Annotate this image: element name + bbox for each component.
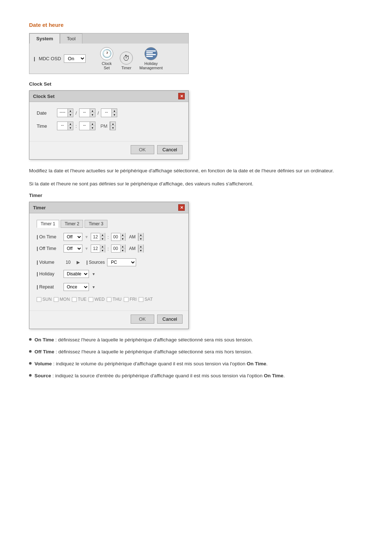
repeat-label-text: Repeat xyxy=(39,284,54,290)
date-spin-3-down[interactable]: ▼ xyxy=(112,113,117,117)
date-spin-3[interactable]: -- ▲ ▼ xyxy=(101,108,117,117)
day-mon-checkbox[interactable] xyxy=(54,297,58,302)
off-time-ampm-spin[interactable]: ▲ ▼ xyxy=(138,245,144,253)
mdc-osd-select[interactable]: On Off xyxy=(64,54,86,63)
on-time-row: | On Time Off On ▼ 12 ▲ ▼ : 00 ▲ ▼ xyxy=(37,233,181,241)
on-time-ampm-spin[interactable]: ▲ ▼ xyxy=(138,233,144,241)
volume-label-text: Volume xyxy=(39,260,54,265)
timer-tab-3[interactable]: Timer 3 xyxy=(85,220,107,228)
day-thu-checkbox[interactable] xyxy=(107,297,111,302)
timer-ok-button[interactable]: OK xyxy=(131,315,154,324)
timer-dialog: Timer ✕ Timer 1 Timer 2 Timer 3 | On Tim… xyxy=(29,202,189,329)
on-time-label-text: On Time xyxy=(39,234,56,239)
on-time-min-btns[interactable]: ▲ ▼ xyxy=(120,233,125,241)
volume-label: | Volume xyxy=(37,260,61,265)
on-time-ampm: AM xyxy=(129,234,136,239)
day-tue[interactable]: TUE xyxy=(72,297,86,302)
sources-select[interactable]: PC HDMI xyxy=(107,258,136,266)
on-time-hour-up[interactable]: ▲ xyxy=(100,233,105,237)
clock-set-close-button[interactable]: ✕ xyxy=(178,93,185,99)
tab-system[interactable]: System xyxy=(29,33,60,44)
pm-spin[interactable]: ▲ ▼ xyxy=(110,122,116,130)
off-time-select[interactable]: Off On xyxy=(64,245,82,253)
holiday-select[interactable]: Disable Enable xyxy=(64,270,89,278)
day-wed[interactable]: WED xyxy=(89,297,105,302)
date-spin-2-up[interactable]: ▲ xyxy=(90,109,95,113)
on-time-hour-down[interactable]: ▼ xyxy=(100,237,105,241)
day-thu[interactable]: THU xyxy=(107,297,122,302)
date-spin-2-btns[interactable]: ▲ ▼ xyxy=(90,109,95,117)
date-spin-1-down[interactable]: ▼ xyxy=(68,113,73,117)
date-spin-1-btns[interactable]: ▲ ▼ xyxy=(68,109,73,117)
timer-dialog-body: Timer 1 Timer 2 Timer 3 | On Time Off On… xyxy=(29,213,188,311)
day-thu-label: THU xyxy=(113,297,122,302)
on-time-ampm-down[interactable]: ▼ xyxy=(139,237,143,241)
timer-tab-2[interactable]: Timer 2 xyxy=(61,220,83,228)
off-time-hour-btns[interactable]: ▲ ▼ xyxy=(100,245,105,253)
on-time-min-up[interactable]: ▲ xyxy=(121,233,125,237)
on-time-hour-spin[interactable]: 12 ▲ ▼ xyxy=(91,233,105,241)
off-time-ampm-btns[interactable]: ▲ ▼ xyxy=(138,245,143,253)
date-spin-1[interactable]: ---- ▲ ▼ xyxy=(57,108,73,117)
day-wed-checkbox[interactable] xyxy=(89,297,93,302)
date-spin-2-down[interactable]: ▼ xyxy=(90,113,95,117)
timer-tab-1[interactable]: Timer 1 xyxy=(37,220,59,228)
pm-spin-btns[interactable]: ▲ ▼ xyxy=(110,122,115,130)
on-time-hour-btns[interactable]: ▲ ▼ xyxy=(100,233,105,241)
off-time-min-btns[interactable]: ▲ ▼ xyxy=(120,245,125,253)
timer-cancel-button[interactable]: Cancel xyxy=(157,315,183,324)
pm-spin-up[interactable]: ▲ xyxy=(110,122,115,126)
timer-icon-item[interactable]: Timer xyxy=(120,52,133,70)
time-spin-2-up[interactable]: ▲ xyxy=(90,122,95,126)
off-time-min-spin[interactable]: 00 ▲ ▼ xyxy=(111,245,126,253)
off-time-hour-spin[interactable]: 12 ▲ ▼ xyxy=(91,245,105,253)
bullet-dot-1 xyxy=(29,338,32,341)
clock-set-ok-button[interactable]: OK xyxy=(131,145,154,154)
pm-spin-down[interactable]: ▼ xyxy=(110,126,115,130)
tab-tool[interactable]: Tool xyxy=(60,33,82,44)
off-time-pipe: | xyxy=(37,246,38,251)
repeat-select[interactable]: Once Daily Weekly xyxy=(64,283,89,291)
date-spin-3-up[interactable]: ▲ xyxy=(112,109,117,113)
off-time-min-up[interactable]: ▲ xyxy=(121,245,125,249)
timer-close-button[interactable]: ✕ xyxy=(178,204,185,211)
on-time-min-spin[interactable]: 00 ▲ ▼ xyxy=(111,233,126,241)
day-sat[interactable]: SAT xyxy=(139,297,152,302)
date-spin-3-btns[interactable]: ▲ ▼ xyxy=(111,109,117,117)
off-time-hour-up[interactable]: ▲ xyxy=(100,245,105,249)
off-time-min-down[interactable]: ▼ xyxy=(121,249,125,253)
date-spin-1-up[interactable]: ▲ xyxy=(68,109,73,113)
day-sun[interactable]: SUN xyxy=(37,297,52,302)
bullet-off-time-text: Off Time : définissez l'heure à laquelle… xyxy=(34,348,253,356)
date-spin-2[interactable]: -- ▲ ▼ xyxy=(79,108,95,117)
time-spin-2-down[interactable]: ▼ xyxy=(90,126,95,130)
time-spin-1-btns[interactable]: ▲ ▼ xyxy=(68,122,73,130)
on-time-ampm-btns[interactable]: ▲ ▼ xyxy=(138,233,143,241)
time-spin-1-up[interactable]: ▲ xyxy=(68,122,73,126)
holiday-icon-item[interactable]: Holiday Management xyxy=(139,47,163,70)
day-fri-checkbox[interactable] xyxy=(124,297,128,302)
time-spin-2[interactable]: -- ▲ ▼ xyxy=(79,122,95,130)
time-spin-1-down[interactable]: ▼ xyxy=(68,126,73,130)
day-sun-checkbox[interactable] xyxy=(37,297,41,302)
on-time-ampm-up[interactable]: ▲ xyxy=(139,233,143,237)
day-tue-checkbox[interactable] xyxy=(72,297,77,302)
off-time-ampm-up[interactable]: ▲ xyxy=(139,245,143,249)
volume-arrow-right[interactable]: ▶ xyxy=(76,259,81,266)
on-time-min-down[interactable]: ▼ xyxy=(121,237,125,241)
off-time-hour-down[interactable]: ▼ xyxy=(100,249,105,253)
time-spin-2-btns[interactable]: ▲ ▼ xyxy=(90,122,95,130)
day-sat-checkbox[interactable] xyxy=(139,297,143,302)
clock-set-cancel-button[interactable]: Cancel xyxy=(157,145,183,154)
bullet-source-on-time-bold: On Time xyxy=(264,373,283,378)
sources-label-text: Sources xyxy=(89,260,105,265)
day-mon[interactable]: MON xyxy=(54,297,70,302)
time-spin-1[interactable]: -- ▲ ▼ xyxy=(57,122,73,130)
days-row: SUN MON TUE WED THU FRI xyxy=(37,295,181,304)
clock-set-icon-item[interactable]: Clock Set xyxy=(100,47,113,70)
bullet-on-time-bold: On Time xyxy=(34,337,54,342)
on-time-select[interactable]: Off On xyxy=(64,233,82,241)
day-fri[interactable]: FRI xyxy=(124,297,136,302)
off-time-ampm-down[interactable]: ▼ xyxy=(139,249,143,253)
time-sep: : xyxy=(75,123,77,129)
